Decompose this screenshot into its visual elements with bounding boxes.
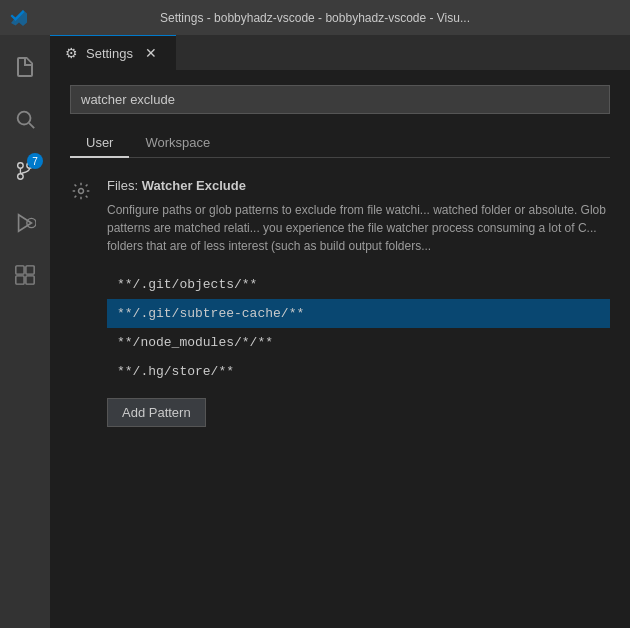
pattern-list: **/.git/objects/** **/.git/subtree-cache…: [107, 270, 610, 386]
run-icon: [13, 211, 37, 235]
settings-content: User Workspace Files: Watcher Exclude: [50, 70, 630, 628]
vscode-logo: [10, 9, 28, 27]
gear-icon: [70, 180, 92, 202]
setting-item-watcher-exclude: Files: Watcher Exclude Configure paths o…: [70, 178, 610, 427]
settings-tab-close[interactable]: ✕: [141, 43, 161, 63]
svg-point-12: [79, 189, 84, 194]
title-bar: Settings - bobbyhadz-vscode - bobbyhadz-…: [0, 0, 630, 35]
activity-bar: 7: [0, 35, 50, 628]
activity-explorer[interactable]: [1, 43, 49, 91]
setting-body: Files: Watcher Exclude Configure paths o…: [107, 178, 610, 427]
source-control-badge: 7: [27, 153, 43, 169]
main-layout: 7: [0, 35, 630, 628]
settings-tab-item[interactable]: ⚙ Settings ✕: [50, 35, 176, 70]
extensions-icon: [13, 263, 37, 287]
files-icon: [13, 55, 37, 79]
settings-tab-label: Settings: [86, 46, 133, 61]
search-input[interactable]: [70, 85, 610, 114]
setting-description: Configure paths or glob patterns to excl…: [107, 201, 610, 255]
activity-extensions[interactable]: [1, 251, 49, 299]
activity-search[interactable]: [1, 95, 49, 143]
svg-point-0: [18, 112, 31, 125]
activity-source-control[interactable]: 7: [1, 147, 49, 195]
svg-line-1: [29, 123, 34, 128]
content-area: ⚙ Settings ✕ User Workspace: [50, 35, 630, 628]
svg-rect-10: [16, 276, 24, 284]
activity-run[interactable]: [1, 199, 49, 247]
svg-rect-8: [16, 266, 24, 274]
svg-marker-6: [19, 215, 32, 232]
svg-rect-9: [26, 266, 34, 274]
title-bar-text: Settings - bobbyhadz-vscode - bobbyhadz-…: [160, 11, 470, 25]
add-pattern-button[interactable]: Add Pattern: [107, 398, 206, 427]
svg-point-4: [18, 163, 24, 169]
tab-workspace[interactable]: Workspace: [129, 129, 226, 158]
pattern-item[interactable]: **/.git/objects/**: [107, 270, 610, 299]
search-container: [70, 85, 610, 114]
svg-rect-11: [26, 276, 34, 284]
search-icon: [13, 107, 37, 131]
pattern-item[interactable]: **/node_modules/*/**: [107, 328, 610, 357]
settings-tabs: User Workspace: [70, 129, 610, 158]
tab-user[interactable]: User: [70, 129, 129, 158]
svg-point-2: [18, 174, 24, 180]
pattern-item[interactable]: **/.git/subtree-cache/**: [107, 299, 610, 328]
settings-tab-icon: ⚙: [65, 45, 78, 61]
pattern-item[interactable]: **/.hg/store/**: [107, 357, 610, 386]
tab-bar: ⚙ Settings ✕: [50, 35, 630, 70]
setting-title: Files: Watcher Exclude: [107, 178, 610, 193]
